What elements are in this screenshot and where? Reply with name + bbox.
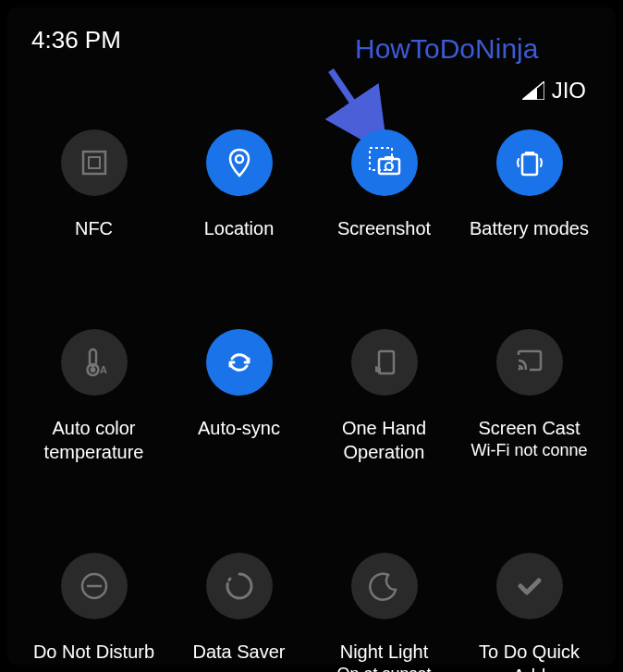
tile-label: Screenshot [337, 216, 431, 240]
tile-label: Auto color temperature [44, 416, 144, 464]
data-saver-icon [206, 553, 273, 619]
thermometer-icon: A [61, 329, 128, 396]
tile-label: NFC [75, 216, 113, 240]
tile-location[interactable]: Location [171, 129, 307, 240]
tile-label: Battery modes [470, 216, 589, 240]
status-right: JIO [522, 78, 586, 104]
tile-label: Auto-sync [198, 416, 280, 440]
tile-label: To Do Quick Add [479, 640, 580, 672]
tile-label: Do Not Disturb [33, 640, 154, 664]
tile-todo-quick-add[interactable]: To Do Quick Add [461, 553, 597, 672]
svg-point-18 [518, 368, 520, 371]
tile-data-saver[interactable]: Data Saver [171, 553, 307, 672]
tile-dnd[interactable]: Do Not Disturb [26, 553, 162, 672]
tile-auto-color-temp[interactable]: A Auto color temperature [26, 329, 162, 464]
carrier-label: JIO [552, 78, 586, 104]
svg-text:A: A [100, 364, 107, 375]
tile-nfc[interactable]: NFC [26, 129, 162, 240]
tile-one-hand[interactable]: One Hand Operation [316, 329, 452, 464]
svg-rect-5 [89, 157, 100, 168]
svg-point-6 [236, 155, 243, 163]
battery-icon [496, 129, 563, 196]
moon-icon [351, 553, 418, 619]
dnd-icon [61, 553, 128, 619]
svg-rect-12 [522, 154, 537, 175]
tile-label: Data Saver [192, 640, 285, 664]
svg-rect-17 [379, 351, 394, 373]
status-time: 4:36 PM [31, 26, 121, 55]
tile-sublabel: Wi-Fi not conne [470, 440, 587, 461]
svg-rect-8 [379, 159, 399, 174]
tile-sublabel: On at sunset [336, 664, 431, 672]
tile-label: One Hand Operation [342, 416, 426, 464]
cast-icon [496, 329, 563, 396]
svg-rect-4 [83, 152, 105, 174]
tile-battery-modes[interactable]: Battery modes [461, 129, 597, 240]
tile-label: Night Light [340, 640, 429, 664]
check-icon [496, 553, 563, 619]
quick-settings-tiles: NFC Location [26, 129, 597, 672]
watermark-text: HowToDoNinja [355, 33, 538, 65]
tile-night-light[interactable]: Night Light On at sunset [316, 553, 452, 672]
tile-label: Screen Cast [478, 416, 580, 440]
sync-icon [206, 329, 273, 396]
tile-auto-sync[interactable]: Auto-sync [171, 329, 307, 464]
tile-screenshot[interactable]: Screenshot [316, 129, 452, 240]
tile-label: Location [204, 216, 275, 240]
svg-line-1 [331, 70, 377, 139]
location-icon [206, 129, 273, 196]
nfc-icon [61, 129, 128, 196]
signal-icon [522, 81, 544, 100]
one-hand-icon [351, 329, 418, 396]
screenshot-icon [351, 129, 418, 196]
svg-rect-10 [385, 156, 394, 160]
tile-screen-cast[interactable]: Screen Cast Wi-Fi not conne [461, 329, 597, 464]
svg-point-15 [90, 367, 95, 373]
